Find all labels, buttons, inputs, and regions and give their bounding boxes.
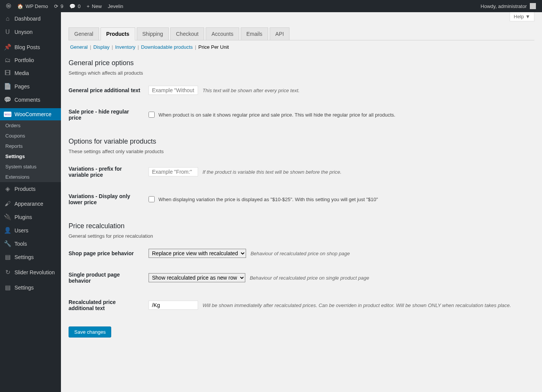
new-label: New [92,3,102,9]
label-single-behavior: Single product page behavior [69,264,145,291]
sidebar-label: Users [14,227,29,234]
save-button[interactable]: Save changes [69,326,111,338]
sidebar-label: Appearance [14,201,43,207]
home-icon: 🏠 [17,3,23,9]
sidebar-item-posts[interactable]: 📌Blog Posts [0,40,61,54]
desc-shop-behavior: Behaviour of recalculated price on shop … [251,251,350,256]
submenu-settings[interactable]: Settings [0,151,61,162]
tab-shipping[interactable]: Shipping [137,27,169,40]
sidebar-item-comments[interactable]: 💬Comments [0,93,61,106]
tab-emails[interactable]: Emails [241,27,268,40]
sidebar-item-dashboard[interactable]: ⌂Dashboard [0,12,61,25]
sidebar-label: Plugins [14,214,32,220]
admin-bar-account[interactable]: Howdy, administrator [481,3,539,9]
sidebar-item-pages[interactable]: 📄Pages [0,80,61,93]
submenu-extensions[interactable]: Extensions [0,172,61,182]
tab-api[interactable]: API [270,27,290,40]
jevelin-label: Jevelin [108,3,123,9]
select-shop-behavior[interactable]: Replace price view with recalculated [149,249,246,258]
submenu-coupons[interactable]: Coupons [0,131,61,141]
new-link[interactable]: +New [83,0,105,12]
submenu-orders[interactable]: Orders [0,120,61,131]
admin-bar: ⓦ 🏠WP Demo ⟳9 💬0 +New Jevelin Howdy, adm… [0,0,542,12]
sidebar-label: Settings [14,254,34,260]
input-general-price-text[interactable] [149,86,198,95]
submenu-system-status[interactable]: System status [0,162,61,172]
sidebar-item-media[interactable]: 🎞Media [0,67,61,80]
sidebar-item-settings-2[interactable]: ▤Settings [0,281,61,294]
products-icon: ◈ [4,185,11,192]
section-recalc-title: Price recalculation [69,222,534,230]
sidebar-label: Slider Revolution [14,269,55,275]
input-recalc-text[interactable] [149,301,198,310]
tab-general[interactable]: General [69,27,99,40]
desc-recalc-text: Will be shown immediatelly after recalcu… [203,302,511,308]
sliders-icon: ▤ [4,253,11,261]
sidebar-label: WooCommerce [14,111,51,117]
label-shop-behavior: Shop page price behavior [69,243,145,264]
label-general-price-text: General price additional text [69,80,145,101]
input-variations-prefix[interactable] [149,167,198,176]
comments-link[interactable]: 💬0 [66,0,83,12]
submenu-reports[interactable]: Reports [0,141,61,151]
sidebar-item-slider-revolution[interactable]: ↻Slider Revolution [0,266,61,279]
subtab-downloadable[interactable]: Downloadable products [141,44,193,50]
desc-variations-lower: When displaying variation the price is d… [158,197,378,202]
sidebar-item-tools[interactable]: 🔧Tools [0,237,61,250]
label-sale-hide-regular: Sale price - hide regular price [69,101,145,128]
wordpress-icon: ⓦ [6,3,11,10]
sidebar-item-portfolio[interactable]: 🗂Portfolio [0,54,61,67]
site-link[interactable]: 🏠WP Demo [14,0,51,12]
tab-accounts[interactable]: Accounts [206,27,239,40]
sidebar-item-unyson[interactable]: ᑌUnyson [0,25,61,38]
settings-tabs: General Products Shipping Checkout Accou… [69,27,534,40]
select-single-behavior[interactable]: Show recalculated price as new row [149,273,245,282]
sidebar-item-products[interactable]: ◈Products [0,182,61,195]
sidebar-label: Portfolio [14,57,34,63]
sidebar-label: Media [14,70,29,76]
sidebar-item-plugins[interactable]: 🔌Plugins [0,210,61,224]
updates-count: 9 [61,3,63,9]
media-icon: 🎞 [4,70,11,77]
sidebar-item-woocommerce[interactable]: wooWooCommerce [0,108,61,120]
sidebar-label: Tools [14,241,27,247]
checkbox-sale-hide-regular[interactable] [149,112,155,118]
checkbox-variations-lower[interactable] [149,196,155,202]
subtab-inventory[interactable]: Inventory [115,44,135,50]
section-recalc-desc: General settings for price recalculation [69,233,534,239]
help-tab[interactable]: Help ▼ [510,12,534,21]
plus-icon: + [86,3,90,9]
desc-variations-prefix: If the product is variable this text wil… [203,169,342,175]
label-variations-lower: Variations - Display only lower price [69,186,145,213]
updates-link[interactable]: ⟳9 [51,0,66,12]
sidebar-label: Blog Posts [14,44,40,50]
subtab-general[interactable]: General [70,44,88,50]
plugin-icon: 🔌 [4,213,11,221]
subtab-display[interactable]: Display [93,44,110,50]
site-name: WP Demo [26,3,48,9]
section-general-price-title: General price options [69,59,534,67]
tab-products[interactable]: Products [101,27,135,40]
sidebar-label: Comments [14,97,40,103]
users-icon: 👤 [4,227,11,234]
products-subtabs: General | Display | Inventory | Download… [69,40,534,50]
label-variations-prefix: Variations - prefix for variable price [69,158,145,186]
wp-logo[interactable]: ⓦ [3,0,14,12]
dashboard-icon: ⌂ [4,15,11,22]
brush-icon: 🖌 [4,200,11,207]
comments-count: 0 [78,3,80,9]
sidebar-item-settings[interactable]: ▤Settings [0,250,61,264]
comments-icon: 💬 [4,96,11,103]
sidebar-label: Products [14,186,35,192]
tab-checkout[interactable]: Checkout [170,27,204,40]
jevelin-link[interactable]: Jevelin [105,0,126,12]
section-general-price-desc: Settings which affects all products [69,70,534,76]
howdy-text: Howdy, administrator [481,3,527,9]
subtab-price-per-unit: Price Per Unit [198,44,229,50]
woocommerce-submenu: Orders Coupons Reports Settings System s… [0,120,61,182]
sidebar-label: Dashboard [14,16,41,22]
woo-icon: woo [4,112,11,117]
desc-general-price-text: This text will be shown after every pric… [203,88,300,93]
sidebar-item-appearance[interactable]: 🖌Appearance [0,197,61,210]
sidebar-item-users[interactable]: 👤Users [0,224,61,237]
